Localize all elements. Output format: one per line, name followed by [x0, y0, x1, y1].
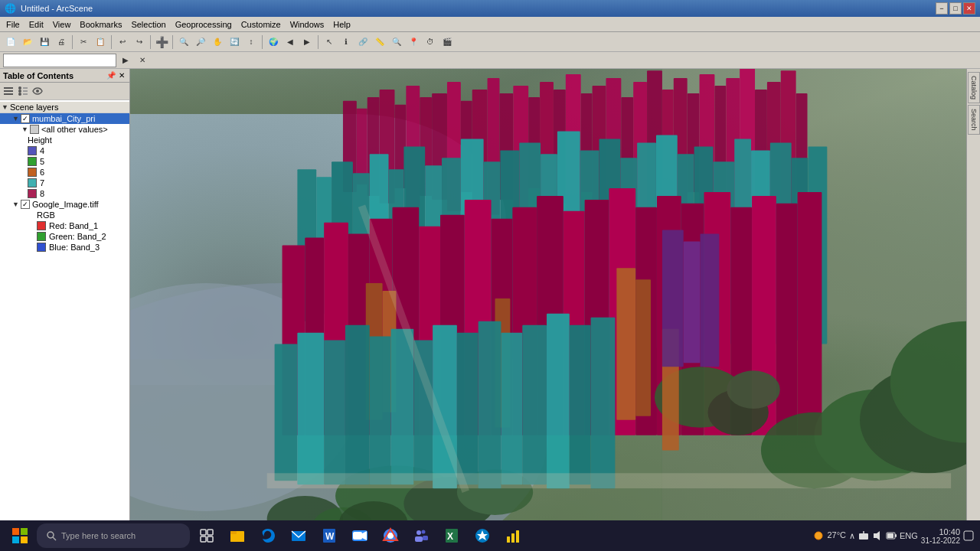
taskbar: Type here to search W: [0, 520, 980, 551]
menu-edit[interactable]: Edit: [24, 18, 48, 31]
task-view-button[interactable]: [193, 522, 220, 549]
taskbar-arcgis[interactable]: [469, 522, 496, 549]
svg-point-5: [18, 93, 21, 96]
taskbar-excel[interactable]: X: [438, 522, 466, 549]
copy-button[interactable]: 📋: [93, 34, 108, 50]
new-button[interactable]: 📄: [3, 34, 18, 50]
svg-point-157: [422, 530, 426, 534]
taskbar-search[interactable]: Type here to search: [37, 523, 190, 548]
undo-button[interactable]: ↩: [115, 34, 130, 50]
searchbar: ▶ ✕: [0, 52, 980, 69]
close-button[interactable]: ✕: [963, 2, 975, 15]
scene-layers-group: ▼ Scene layers: [0, 102, 129, 113]
titlebar-left: 🌐 Untitled - ArcScene: [5, 3, 93, 14]
measure-button[interactable]: 📏: [372, 34, 387, 50]
menu-bookmarks[interactable]: Bookmarks: [75, 18, 126, 31]
hyperlink-button[interactable]: 🔗: [355, 34, 371, 50]
toc-controls: 📌 ✕: [106, 71, 126, 80]
time-button[interactable]: ⏱: [423, 34, 438, 50]
menu-view[interactable]: View: [48, 18, 76, 31]
layer1-other-values[interactable]: ▼ <all other values>: [0, 124, 129, 135]
cut-button[interactable]: ✂: [76, 34, 91, 50]
svg-rect-114: [635, 279, 651, 416]
fwd-extent-button[interactable]: ▶: [299, 34, 315, 50]
notification-icon[interactable]: [963, 530, 974, 541]
right-sidebar: Catalog Search: [966, 69, 980, 520]
menu-customize[interactable]: Customize: [237, 18, 286, 31]
toc-list-by-visibility[interactable]: [31, 84, 44, 98]
search-go-button[interactable]: ▶: [118, 53, 133, 68]
identify-button[interactable]: ℹ: [338, 34, 354, 50]
svg-rect-113: [616, 268, 635, 420]
file-explorer-icon: [229, 527, 246, 544]
taskbar-powerbi[interactable]: [499, 522, 527, 549]
taskbar-teams[interactable]: [407, 522, 435, 549]
tray-expand[interactable]: ∧: [849, 531, 855, 541]
svg-point-4: [18, 90, 21, 93]
svg-marker-169: [874, 531, 880, 540]
zoom-in-button[interactable]: 🔍: [176, 34, 191, 50]
color-5: [28, 157, 37, 166]
clock[interactable]: 10:40 31-12-2022: [921, 527, 960, 545]
full-extent-button[interactable]: 🌍: [266, 34, 281, 50]
toc-pin-button[interactable]: 📌: [106, 71, 116, 80]
taskbar-zoom[interactable]: [346, 522, 374, 549]
open-button[interactable]: 📂: [20, 34, 35, 50]
svg-rect-172: [887, 533, 893, 538]
taskbar-edge[interactable]: [254, 522, 282, 549]
layer2-checkbox[interactable]: [21, 200, 30, 209]
animation-button[interactable]: 🎬: [439, 34, 455, 50]
back-extent-button[interactable]: ◀: [283, 34, 298, 50]
color-4: [28, 146, 37, 155]
other-checkbox[interactable]: [30, 125, 39, 134]
menu-file[interactable]: File: [2, 18, 24, 31]
minimize-button[interactable]: −: [936, 2, 948, 15]
taskbar-mail[interactable]: [285, 522, 312, 549]
toolbar: 📄 📂 💾 🖨 ✂ 📋 ↩ ↪ ➕ 🔍 🔎 ✋ 🔄 ↕ 🌍 ◀ ▶ ↖ ℹ 🔗 …: [0, 32, 980, 52]
search-tab[interactable]: Search: [968, 105, 980, 135]
layer2-expand[interactable]: ▼: [12, 201, 19, 208]
task-view-icon: [200, 529, 214, 543]
layer1-expand[interactable]: ▼: [12, 115, 19, 122]
taskbar-chrome[interactable]: [377, 522, 404, 549]
layer2-item[interactable]: ▼ Google_Image.tiff: [0, 199, 129, 210]
find-button[interactable]: 🔍: [389, 34, 404, 50]
redo-button[interactable]: ↪: [132, 34, 147, 50]
toc-list-by-drawing-order[interactable]: [2, 84, 15, 98]
other-expand[interactable]: ▼: [21, 126, 28, 133]
tilt-button[interactable]: ↕: [243, 34, 259, 50]
menu-geoprocessing[interactable]: Geoprocessing: [171, 18, 237, 31]
maximize-button[interactable]: □: [949, 2, 962, 15]
color-6: [28, 168, 37, 177]
print-button[interactable]: 🖨: [54, 34, 69, 50]
start-button[interactable]: [6, 522, 34, 549]
layer1-checkbox[interactable]: [21, 114, 30, 123]
taskbar-file-explorer[interactable]: [224, 522, 251, 549]
svg-rect-130: [522, 325, 547, 484]
search-input[interactable]: [3, 54, 116, 67]
color-red: [37, 221, 46, 230]
toc-list-by-source[interactable]: [16, 84, 30, 98]
select-button[interactable]: ↖: [322, 34, 337, 50]
search-clear-button[interactable]: ✕: [135, 53, 150, 68]
taskbar-word[interactable]: W: [315, 522, 343, 549]
map-area[interactable]: [130, 69, 966, 520]
band2-label: Green: Band_2: [49, 232, 106, 241]
svg-rect-142: [207, 530, 213, 535]
window-title: Untitled - ArcScene: [21, 4, 93, 13]
toc-close-button[interactable]: ✕: [117, 71, 126, 80]
excel-icon: X: [443, 527, 460, 544]
toc-toolbar: [0, 83, 129, 100]
catalog-tab[interactable]: Catalog: [968, 72, 980, 103]
go-to-xy-button[interactable]: 📍: [406, 34, 421, 50]
scene-layers-expand[interactable]: ▼: [2, 103, 8, 111]
menu-help[interactable]: Help: [328, 18, 355, 31]
rotate-button[interactable]: 🔄: [227, 34, 242, 50]
add-data-button[interactable]: ➕: [154, 34, 169, 50]
zoom-out-button[interactable]: 🔎: [193, 34, 208, 50]
pan-button[interactable]: ✋: [210, 34, 225, 50]
save-button[interactable]: 💾: [37, 34, 52, 50]
menu-selection[interactable]: Selection: [126, 18, 170, 31]
menu-windows[interactable]: Windows: [286, 18, 329, 31]
layer1-item[interactable]: ▼ mumbai_City_pri: [0, 113, 129, 124]
